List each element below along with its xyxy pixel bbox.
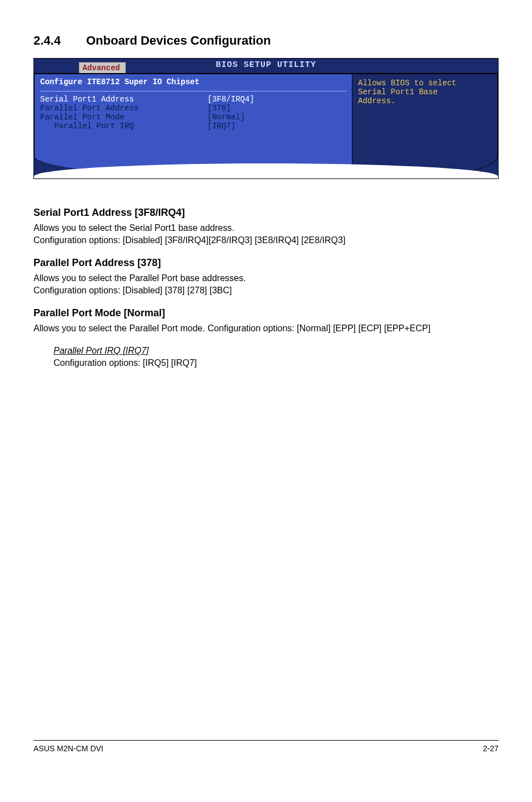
bios-setting-label: Serial Port1 Address [40, 95, 207, 104]
bios-setting-value: [Normal] [207, 113, 346, 122]
divider [40, 91, 346, 91]
bios-setting-label: Parallel Port Mode [40, 113, 207, 122]
bios-setting-value: [IRQ7] [207, 122, 346, 131]
bios-screenshot: BIOS SETUP UTILITY Advanced Configure IT… [33, 58, 499, 179]
bios-panel-heading: Configure ITE8712 Super IO Chipset [40, 78, 346, 88]
bios-left-panel: Configure ITE8712 Super IO Chipset Seria… [34, 73, 352, 178]
text-parallel-mode: Allows you to select the Parallel Port m… [33, 322, 499, 335]
text-serial-port1: Allows you to select the Serial Port1 ba… [33, 222, 499, 246]
footer-left: ASUS M2N-CM DVI [33, 744, 103, 753]
bios-setting-row: Parallel Port Mode[Normal] [40, 113, 346, 122]
sub-item-title: Parallel Port IRQ [IRQ7] [54, 346, 149, 355]
bios-setting-label: Parallel Port Address [40, 104, 207, 113]
bios-body: Configure ITE8712 Super IO Chipset Seria… [34, 73, 498, 178]
bios-setting-row: Parallel Port Address[378] [40, 104, 346, 113]
bios-help-text: Allows BIOS to select Serial Port1 Base … [358, 79, 492, 105]
bios-titlebar: BIOS SETUP UTILITY Advanced [34, 59, 498, 73]
footer-right: 2-27 [483, 744, 499, 753]
heading-serial-port1: Serial Port1 Address [3F8/IRQ4] [33, 207, 499, 219]
section-heading: 2.4.4 Onboard Devices Configuration [33, 33, 499, 48]
section-number: 2.4.4 [33, 33, 84, 48]
page-footer: ASUS M2N-CM DVI 2-27 [33, 740, 499, 753]
sub-item-block: Parallel Port IRQ [IRQ7] Configuration o… [54, 345, 499, 369]
bios-setting-row: Serial Port1 Address[3F8/IRQ4] [40, 95, 346, 104]
bios-setting-value: [3F8/IRQ4] [207, 95, 346, 104]
sub-item-body: Configuration options: [IRQ5] [IRQ7] [54, 357, 499, 369]
bios-tab-advanced: Advanced [79, 62, 126, 73]
bios-setting-row: Parallel Port IRQ[IRQ7] [40, 122, 346, 131]
heading-parallel-mode: Parallel Port Mode [Normal] [33, 307, 499, 319]
section-title: Onboard Devices Configuration [86, 33, 270, 48]
bios-setting-label: Parallel Port IRQ [40, 122, 207, 131]
heading-parallel-address: Parallel Port Address [378] [33, 257, 499, 269]
bios-setting-value: [378] [207, 104, 346, 113]
text-parallel-address: Allows you to select the Parallel Port b… [33, 272, 499, 296]
bios-help-panel: Allows BIOS to select Serial Port1 Base … [352, 73, 498, 178]
